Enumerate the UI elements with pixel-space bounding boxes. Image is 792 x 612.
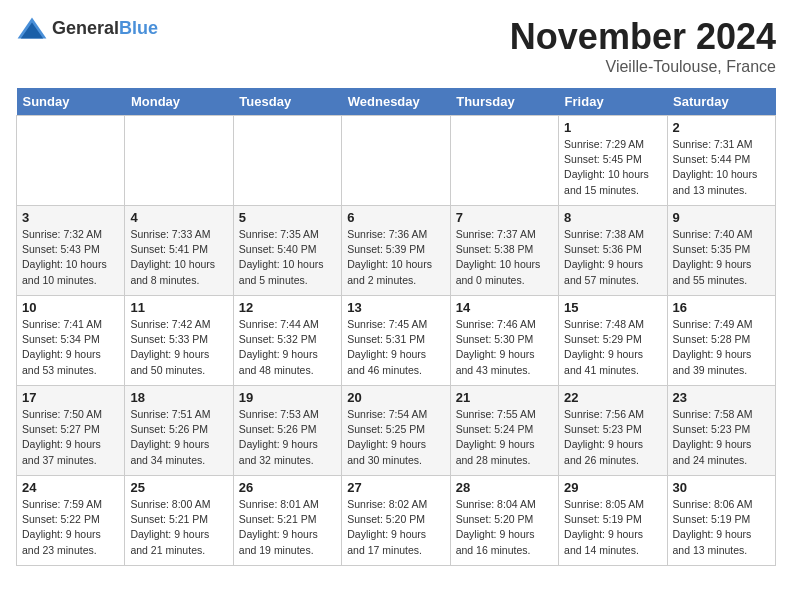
day-info: Sunrise: 7:42 AM Sunset: 5:33 PM Dayligh… xyxy=(130,317,227,378)
header-saturday: Saturday xyxy=(667,88,775,116)
day-number: 28 xyxy=(456,480,553,495)
day-number: 11 xyxy=(130,300,227,315)
page-header: GeneralBlue November 2024 Vieille-Toulou… xyxy=(16,16,776,76)
calendar-cell: 23Sunrise: 7:58 AM Sunset: 5:23 PM Dayli… xyxy=(667,386,775,476)
day-info: Sunrise: 7:45 AM Sunset: 5:31 PM Dayligh… xyxy=(347,317,444,378)
day-info: Sunrise: 7:37 AM Sunset: 5:38 PM Dayligh… xyxy=(456,227,553,288)
header-friday: Friday xyxy=(559,88,667,116)
calendar-cell: 12Sunrise: 7:44 AM Sunset: 5:32 PM Dayli… xyxy=(233,296,341,386)
calendar-cell: 22Sunrise: 7:56 AM Sunset: 5:23 PM Dayli… xyxy=(559,386,667,476)
calendar-cell: 28Sunrise: 8:04 AM Sunset: 5:20 PM Dayli… xyxy=(450,476,558,566)
calendar-cell: 4Sunrise: 7:33 AM Sunset: 5:41 PM Daylig… xyxy=(125,206,233,296)
day-number: 2 xyxy=(673,120,770,135)
location-title: Vieille-Toulouse, France xyxy=(510,58,776,76)
day-info: Sunrise: 7:46 AM Sunset: 5:30 PM Dayligh… xyxy=(456,317,553,378)
calendar-cell: 6Sunrise: 7:36 AM Sunset: 5:39 PM Daylig… xyxy=(342,206,450,296)
calendar-cell xyxy=(450,116,558,206)
day-number: 19 xyxy=(239,390,336,405)
calendar-week-row: 10Sunrise: 7:41 AM Sunset: 5:34 PM Dayli… xyxy=(17,296,776,386)
calendar-cell xyxy=(342,116,450,206)
day-info: Sunrise: 7:51 AM Sunset: 5:26 PM Dayligh… xyxy=(130,407,227,468)
calendar-cell: 16Sunrise: 7:49 AM Sunset: 5:28 PM Dayli… xyxy=(667,296,775,386)
calendar-cell: 17Sunrise: 7:50 AM Sunset: 5:27 PM Dayli… xyxy=(17,386,125,476)
day-info: Sunrise: 8:04 AM Sunset: 5:20 PM Dayligh… xyxy=(456,497,553,558)
logo: GeneralBlue xyxy=(16,16,158,40)
logo-general: General xyxy=(52,18,119,38)
calendar-cell: 26Sunrise: 8:01 AM Sunset: 5:21 PM Dayli… xyxy=(233,476,341,566)
day-info: Sunrise: 7:29 AM Sunset: 5:45 PM Dayligh… xyxy=(564,137,661,198)
header-sunday: Sunday xyxy=(17,88,125,116)
header-tuesday: Tuesday xyxy=(233,88,341,116)
header-wednesday: Wednesday xyxy=(342,88,450,116)
day-info: Sunrise: 8:05 AM Sunset: 5:19 PM Dayligh… xyxy=(564,497,661,558)
calendar-cell: 9Sunrise: 7:40 AM Sunset: 5:35 PM Daylig… xyxy=(667,206,775,296)
day-info: Sunrise: 7:56 AM Sunset: 5:23 PM Dayligh… xyxy=(564,407,661,468)
calendar-cell: 27Sunrise: 8:02 AM Sunset: 5:20 PM Dayli… xyxy=(342,476,450,566)
day-info: Sunrise: 7:48 AM Sunset: 5:29 PM Dayligh… xyxy=(564,317,661,378)
day-number: 9 xyxy=(673,210,770,225)
month-title: November 2024 xyxy=(510,16,776,58)
calendar-cell: 29Sunrise: 8:05 AM Sunset: 5:19 PM Dayli… xyxy=(559,476,667,566)
day-info: Sunrise: 7:36 AM Sunset: 5:39 PM Dayligh… xyxy=(347,227,444,288)
day-info: Sunrise: 8:06 AM Sunset: 5:19 PM Dayligh… xyxy=(673,497,770,558)
calendar-cell: 14Sunrise: 7:46 AM Sunset: 5:30 PM Dayli… xyxy=(450,296,558,386)
calendar-cell xyxy=(233,116,341,206)
day-number: 1 xyxy=(564,120,661,135)
calendar-cell: 18Sunrise: 7:51 AM Sunset: 5:26 PM Dayli… xyxy=(125,386,233,476)
day-number: 27 xyxy=(347,480,444,495)
calendar-week-row: 1Sunrise: 7:29 AM Sunset: 5:45 PM Daylig… xyxy=(17,116,776,206)
day-info: Sunrise: 7:58 AM Sunset: 5:23 PM Dayligh… xyxy=(673,407,770,468)
calendar-cell: 19Sunrise: 7:53 AM Sunset: 5:26 PM Dayli… xyxy=(233,386,341,476)
day-number: 7 xyxy=(456,210,553,225)
header-thursday: Thursday xyxy=(450,88,558,116)
day-info: Sunrise: 7:44 AM Sunset: 5:32 PM Dayligh… xyxy=(239,317,336,378)
calendar-cell xyxy=(17,116,125,206)
logo-blue: Blue xyxy=(119,18,158,38)
calendar-cell: 1Sunrise: 7:29 AM Sunset: 5:45 PM Daylig… xyxy=(559,116,667,206)
day-info: Sunrise: 7:32 AM Sunset: 5:43 PM Dayligh… xyxy=(22,227,119,288)
calendar-header-row: SundayMondayTuesdayWednesdayThursdayFrid… xyxy=(17,88,776,116)
title-area: November 2024 Vieille-Toulouse, France xyxy=(510,16,776,76)
day-number: 4 xyxy=(130,210,227,225)
day-info: Sunrise: 7:31 AM Sunset: 5:44 PM Dayligh… xyxy=(673,137,770,198)
day-info: Sunrise: 7:55 AM Sunset: 5:24 PM Dayligh… xyxy=(456,407,553,468)
day-info: Sunrise: 7:50 AM Sunset: 5:27 PM Dayligh… xyxy=(22,407,119,468)
day-number: 5 xyxy=(239,210,336,225)
day-number: 16 xyxy=(673,300,770,315)
calendar-week-row: 3Sunrise: 7:32 AM Sunset: 5:43 PM Daylig… xyxy=(17,206,776,296)
day-number: 24 xyxy=(22,480,119,495)
day-info: Sunrise: 7:33 AM Sunset: 5:41 PM Dayligh… xyxy=(130,227,227,288)
calendar-cell: 13Sunrise: 7:45 AM Sunset: 5:31 PM Dayli… xyxy=(342,296,450,386)
day-number: 22 xyxy=(564,390,661,405)
calendar-cell: 3Sunrise: 7:32 AM Sunset: 5:43 PM Daylig… xyxy=(17,206,125,296)
calendar-cell xyxy=(125,116,233,206)
day-info: Sunrise: 8:02 AM Sunset: 5:20 PM Dayligh… xyxy=(347,497,444,558)
day-info: Sunrise: 7:38 AM Sunset: 5:36 PM Dayligh… xyxy=(564,227,661,288)
day-number: 23 xyxy=(673,390,770,405)
calendar-cell: 30Sunrise: 8:06 AM Sunset: 5:19 PM Dayli… xyxy=(667,476,775,566)
day-number: 25 xyxy=(130,480,227,495)
day-number: 18 xyxy=(130,390,227,405)
logo-wordmark: GeneralBlue xyxy=(52,18,158,39)
day-number: 6 xyxy=(347,210,444,225)
logo-icon xyxy=(16,16,48,40)
day-number: 3 xyxy=(22,210,119,225)
calendar-cell: 11Sunrise: 7:42 AM Sunset: 5:33 PM Dayli… xyxy=(125,296,233,386)
day-number: 29 xyxy=(564,480,661,495)
day-info: Sunrise: 8:00 AM Sunset: 5:21 PM Dayligh… xyxy=(130,497,227,558)
day-info: Sunrise: 7:35 AM Sunset: 5:40 PM Dayligh… xyxy=(239,227,336,288)
day-info: Sunrise: 8:01 AM Sunset: 5:21 PM Dayligh… xyxy=(239,497,336,558)
calendar-cell: 21Sunrise: 7:55 AM Sunset: 5:24 PM Dayli… xyxy=(450,386,558,476)
day-number: 13 xyxy=(347,300,444,315)
day-info: Sunrise: 7:49 AM Sunset: 5:28 PM Dayligh… xyxy=(673,317,770,378)
day-number: 21 xyxy=(456,390,553,405)
calendar-cell: 10Sunrise: 7:41 AM Sunset: 5:34 PM Dayli… xyxy=(17,296,125,386)
calendar-cell: 7Sunrise: 7:37 AM Sunset: 5:38 PM Daylig… xyxy=(450,206,558,296)
day-info: Sunrise: 7:40 AM Sunset: 5:35 PM Dayligh… xyxy=(673,227,770,288)
calendar-week-row: 24Sunrise: 7:59 AM Sunset: 5:22 PM Dayli… xyxy=(17,476,776,566)
day-number: 14 xyxy=(456,300,553,315)
calendar-table: SundayMondayTuesdayWednesdayThursdayFrid… xyxy=(16,88,776,566)
day-number: 8 xyxy=(564,210,661,225)
day-number: 30 xyxy=(673,480,770,495)
day-number: 20 xyxy=(347,390,444,405)
